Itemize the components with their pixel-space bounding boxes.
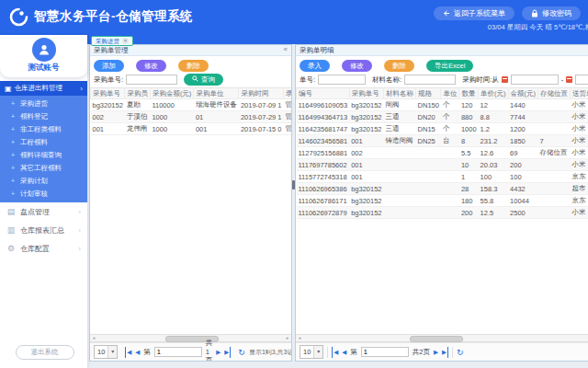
column-header[interactable]: 材料名称 [384, 88, 416, 99]
table-row[interactable]: 1146023456581001铸造闸阀DN25台8231.218507小米龙伟… [297, 135, 588, 147]
material-name-input[interactable] [404, 75, 456, 85]
table-row[interactable]: 11176977856020011020.03200小米龙伟南 [297, 159, 588, 171]
table-row[interactable]: 001龙伟南10000012019-07-15 0管理员 [91, 123, 293, 135]
table-row[interactable]: 1164994364713bg320152三通DN20个8808.87744小米… [297, 111, 588, 123]
calendar-icon[interactable] [566, 76, 572, 83]
sidebar-subitem-purchase-plan[interactable]: +采购计划 [0, 175, 87, 188]
sidebar-subitem-plan-review[interactable]: +计划审核 [0, 188, 87, 201]
entry-button[interactable]: 录入 [300, 60, 330, 72]
cell: 8 [459, 135, 479, 147]
scroll-left-icon[interactable]: ◂ [296, 335, 303, 341]
sidebar-subitem-material-register[interactable]: +领料登记 [0, 110, 87, 123]
return-subsystem-button[interactable]: 返回子系统菜单 [434, 6, 514, 20]
next-page-icon[interactable]: ▶ [434, 347, 438, 358]
material-name-label: 材料名称: [372, 75, 401, 85]
sidebar-subitem-other-project-material[interactable]: +其它工程领料 [0, 162, 87, 175]
edit-button[interactable]: 修改 [342, 60, 372, 72]
column-header[interactable]: 单位 [441, 88, 459, 99]
sidebar-subitem-purchase-incoming[interactable]: +采购进货 [0, 98, 87, 110]
scroll-right-icon[interactable]: ▸ [284, 335, 291, 341]
column-header[interactable]: 录入人 [284, 88, 293, 99]
logout-button[interactable]: 退出系统 [16, 345, 74, 360]
detail-no-input[interactable] [318, 75, 366, 85]
cell: 001 [194, 123, 239, 135]
sidebar-item-config[interactable]: ⚙仓库配置› [0, 239, 87, 258]
column-header[interactable]: 单价(元) [479, 88, 509, 99]
time-from-input[interactable] [511, 75, 559, 85]
calendar-icon[interactable] [502, 76, 508, 83]
scroll-left-icon[interactable]: ◂ [90, 335, 97, 341]
edit-button[interactable]: 修改 [136, 60, 166, 72]
table-row[interactable]: 1110626786171bg32015218055.810044京东夏勘 [297, 195, 588, 207]
cell: 1.2 [479, 123, 509, 135]
cell [441, 171, 459, 183]
cell: 龙伟南 [125, 123, 151, 135]
horizontal-scrollbar[interactable]: ◂ ▸ [90, 334, 291, 342]
next-page-icon[interactable]: ▶ [216, 347, 220, 358]
first-page-icon[interactable]: ◀ [125, 347, 131, 358]
page-size-select[interactable]: 10▾ [300, 345, 323, 359]
cell: 158.3 [479, 183, 509, 195]
time-to-input[interactable] [575, 75, 588, 85]
last-page-icon[interactable]: ▶ [224, 347, 231, 358]
page-number-input[interactable] [154, 347, 202, 357]
sidebar-item-reports[interactable]: ▥仓库报表汇总› [0, 221, 87, 239]
change-password-button[interactable]: 修改密码 [522, 6, 581, 20]
column-header[interactable]: 送货单位 [571, 88, 588, 99]
cell: 01 [194, 111, 239, 123]
column-header[interactable]: 采购单号 [91, 88, 125, 99]
sidebar-subitem-project-material[interactable]: +工程领料 [0, 136, 87, 149]
add-button[interactable]: 添加 [94, 60, 124, 72]
column-header[interactable]: 金额(元) [508, 88, 538, 99]
close-icon[interactable]: × [122, 38, 129, 44]
plus-icon: + [11, 98, 15, 110]
table-row[interactable]: 1110626972879bg32015220012.52500小米夏勘 [297, 207, 588, 219]
table-row[interactable]: 1164235681747bg320152三通DN15个10001.21200小… [297, 123, 588, 135]
column-header[interactable]: 采购金额(元) [150, 88, 194, 99]
prev-page-icon[interactable]: ◀ [135, 347, 140, 358]
export-excel-button[interactable]: 导出Excel [426, 60, 473, 72]
column-header[interactable]: 存储位置 [538, 88, 571, 99]
purchase-order-panel: 采购单管理 « 添加 修改 删除 采购单号: 查询 采购单号采购员采购金额(元)… [89, 44, 292, 362]
column-header[interactable]: 采购单位 [194, 88, 239, 99]
tab-purchase-incoming[interactable]: 采购进货 × [91, 36, 133, 46]
column-header[interactable]: 采购员 [125, 88, 151, 99]
table-row[interactable]: 1110626965386bg32015228158.34432超市夏勘 [297, 183, 588, 195]
prev-page-icon[interactable]: ◀ [342, 347, 346, 358]
refresh-icon[interactable]: ↻ [238, 347, 245, 358]
table-row[interactable]: 002于溪伯1000012019-07-29 1管理员 [91, 111, 293, 123]
refresh-icon[interactable]: ↻ [457, 347, 464, 358]
page-size-select[interactable]: 10▾ [94, 345, 118, 359]
query-button[interactable]: 查询 [184, 74, 223, 86]
table-row[interactable]: bg320152夏勘110000瑞海硬件设备2019-07-09 1管理员 [91, 99, 293, 111]
scrollbar-thumb[interactable] [410, 336, 463, 342]
cell: DN15 [416, 123, 441, 135]
page-number-input[interactable] [361, 347, 409, 357]
table-row[interactable]: 11157727453180011100100京东龙伟南 [297, 171, 588, 183]
cell: 管理员 [284, 111, 293, 123]
first-page-icon[interactable]: ◀ [332, 347, 338, 358]
avatar[interactable] [32, 38, 56, 62]
sidebar-item-warehouse-inout[interactable]: ▣ 仓库进出料管理 › [0, 81, 87, 96]
sidebar-subitem-nonproject-material[interactable]: +非工程类领料 [0, 123, 87, 136]
last-page-icon[interactable]: ▶ [442, 347, 448, 358]
column-header[interactable]: 采购时间 [239, 88, 284, 99]
cell: bg320152 [349, 195, 383, 207]
cell: 三通 [384, 123, 416, 135]
chevron-right-icon: › [78, 208, 81, 216]
table-row[interactable]: 1164996109053bg320152闸阀DN150个120121440小米… [297, 99, 588, 111]
table-row[interactable]: 11279251568810025.512.669存储位置小米于溪伯 [297, 147, 588, 159]
column-header[interactable]: 规格 [416, 88, 441, 99]
column-header[interactable]: 编号 [297, 88, 350, 99]
collapse-icon[interactable]: « [284, 45, 288, 55]
delete-button[interactable]: 删除 [178, 60, 209, 72]
column-header[interactable]: 采购单号 [349, 88, 383, 99]
order-no-input[interactable] [126, 75, 177, 85]
cell: bg320152 [349, 99, 383, 111]
delete-button[interactable]: 删除 [384, 60, 414, 72]
horizontal-scrollbar[interactable]: ◂ ▸ [296, 334, 588, 342]
column-header[interactable]: 数量 [459, 88, 479, 99]
sidebar-item-inventory[interactable]: ▤盘点管理› [0, 202, 87, 221]
panel-splitter[interactable] [292, 44, 295, 362]
sidebar-subitem-material-query[interactable]: +领料详细查询 [0, 149, 87, 162]
